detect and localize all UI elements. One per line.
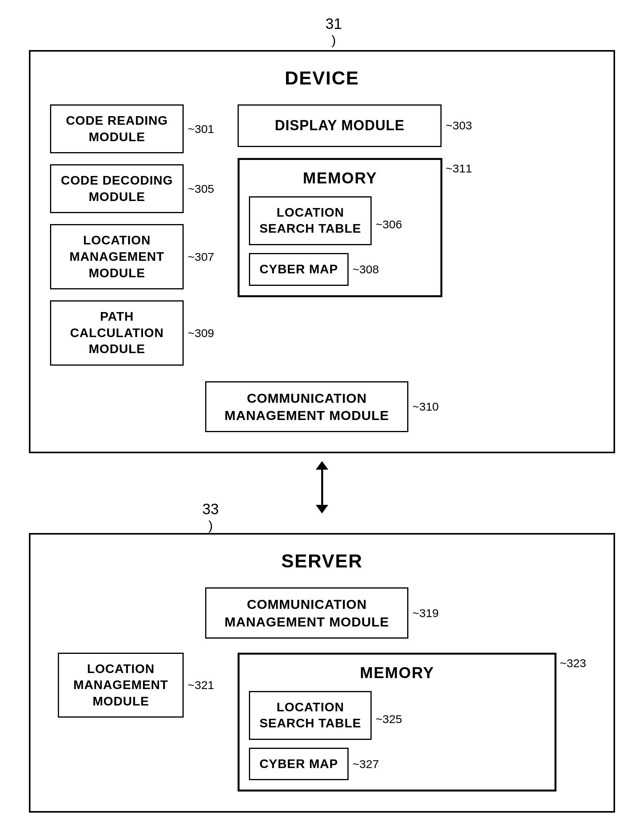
display-module-ref: ~303 [445, 119, 472, 132]
device-inner-layout: CODE READINGMODULE ~301 CODE DECODINGMOD… [50, 104, 594, 366]
top-ref-number: 31 [326, 16, 342, 32]
server-comm-wrapper: COMMUNICATIONMANAGEMENT MODULE ~319 [205, 587, 439, 638]
server-bottom: LOCATIONMANAGEMENT MODULE ~321 MEMORY LO… [50, 653, 594, 792]
server-location-mgmt-ref: ~321 [188, 678, 214, 692]
server-comm-mgmt-row: COMMUNICATIONMANAGEMENT MODULE ~319 [205, 587, 439, 638]
device-comm-mgmt-row: COMMUNICATIONMANAGEMENT MODULE ~310 [205, 381, 439, 432]
server-location-mgmt-row: LOCATIONMANAGEMENT MODULE ~321 [58, 653, 214, 718]
server-location-mgmt-module: LOCATIONMANAGEMENT MODULE [58, 653, 184, 718]
server-box: SERVER COMMUNICATIONMANAGEMENT MODULE ~3… [29, 533, 615, 813]
device-cyber-map: CYBER MAP [249, 253, 349, 286]
code-decoding-ref: ~305 [188, 182, 214, 196]
path-calc-row: PATH CALCULATIONMODULE ~309 [50, 300, 214, 366]
server-comm-mgmt-module: COMMUNICATIONMANAGEMENT MODULE [205, 587, 408, 638]
display-module: DISPLAY MODULE [238, 104, 442, 147]
device-cyber-map-ref: ~308 [352, 263, 379, 276]
device-memory-box: MEMORY LOCATIONSEARCH TABLE ~306 CYBER M… [238, 158, 442, 297]
location-mgmt-ref: ~307 [188, 250, 214, 264]
device-comm-mgmt-wrapper: COMMUNICATIONMANAGEMENT MODULE ~310 [50, 381, 594, 432]
device-title: DEVICE [50, 67, 594, 89]
location-mgmt-module: LOCATIONMANAGEMENT MODULE [50, 224, 184, 289]
server-left-col: LOCATIONMANAGEMENT MODULE ~321 [58, 653, 214, 718]
device-right-col: DISPLAY MODULE ~303 MEMORY LOCATIONSEARC… [238, 104, 472, 297]
memory-ref-wrapper: MEMORY LOCATIONSEARCH TABLE ~306 CYBER M… [238, 158, 472, 297]
device-comm-mgmt-ref: ~310 [412, 400, 439, 413]
server-cyber-map: CYBER MAP [249, 748, 349, 781]
double-arrow [316, 461, 328, 513]
server-title: SERVER [50, 550, 594, 572]
device-memory-title: MEMORY [249, 169, 431, 187]
top-ref-bracket: ) [331, 32, 336, 48]
device-left-col: CODE READINGMODULE ~301 CODE DECODINGMOD… [50, 104, 214, 366]
device-cyber-map-row: CYBER MAP ~308 [249, 253, 431, 286]
path-calc-module: PATH CALCULATIONMODULE [50, 300, 184, 366]
server-location-search-ref: ~325 [376, 713, 402, 726]
code-reading-module: CODE READINGMODULE [50, 104, 184, 153]
server-memory-title: MEMORY [249, 664, 545, 682]
location-mgmt-row: LOCATIONMANAGEMENT MODULE ~307 [50, 224, 214, 289]
code-decoding-module: CODE DECODINGMODULE [50, 164, 184, 213]
device-location-search-row: LOCATIONSEARCH TABLE ~306 [249, 196, 431, 253]
server-cyber-map-ref: ~327 [352, 757, 379, 771]
device-location-search-table: LOCATIONSEARCH TABLE [249, 196, 372, 245]
device-memory-ref: ~311 [445, 162, 472, 175]
device-location-search-ref: ~306 [376, 218, 402, 231]
device-box: DEVICE CODE READINGMODULE ~301 CODE DECO… [29, 50, 615, 453]
code-reading-row: CODE READINGMODULE ~301 [50, 104, 214, 153]
server-ref-bracket: ) [208, 518, 213, 533]
server-memory-ref: ~323 [560, 657, 586, 670]
server-location-search-table: LOCATIONSEARCH TABLE [249, 691, 372, 740]
path-calc-ref: ~309 [188, 327, 214, 340]
server-comm-mgmt-ref: ~319 [412, 607, 439, 620]
server-inner-layout: COMMUNICATIONMANAGEMENT MODULE ~319 LOCA… [50, 587, 594, 792]
server-memory-ref-wrapper: MEMORY LOCATIONSEARCH TABLE ~325 CYBER M… [238, 653, 586, 792]
code-reading-ref: ~301 [188, 122, 214, 136]
server-memory-box: MEMORY LOCATIONSEARCH TABLE ~325 CYBER M… [238, 653, 556, 792]
display-module-row: DISPLAY MODULE ~303 [238, 104, 472, 147]
server-cyber-map-row: CYBER MAP ~327 [249, 748, 545, 781]
server-ref-number: 33 [202, 501, 219, 518]
arrow-section: 33 ) [316, 453, 328, 521]
server-right-col: MEMORY LOCATIONSEARCH TABLE ~325 CYBER M… [238, 653, 586, 792]
device-comm-mgmt-module: COMMUNICATIONMANAGEMENT MODULE [205, 381, 408, 432]
page-container: 31 ) DEVICE CODE READINGMODULE ~301 CODE… [29, 16, 615, 813]
server-location-search-row: LOCATIONSEARCH TABLE ~325 [249, 691, 545, 748]
code-decoding-row: CODE DECODINGMODULE ~305 [50, 164, 214, 213]
